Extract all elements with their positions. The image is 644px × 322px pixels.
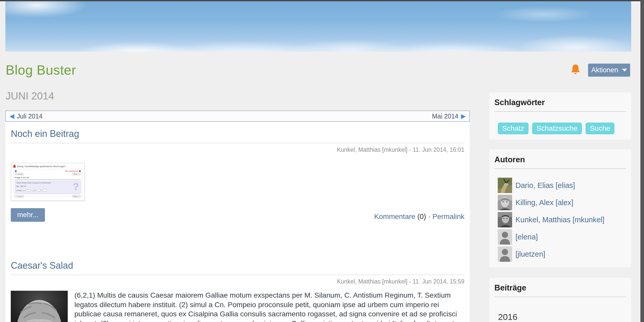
tag-schatzsuche[interactable]: Schatzsuche [532,123,582,134]
prev-month-label: Juli 2014 [17,113,42,120]
blog-page: Blog Buster Aktionen JUNI 2014 ◀ Juli 20… [0,0,644,322]
arrow-left-icon: ◀ [9,113,14,119]
divider [494,168,626,169]
post-body-text: (6,2,1) Multis de causis Caesar maiorem … [74,291,459,322]
thumb-comma: , [32,190,32,191]
thumb-back-button-bottom: << Zurück [15,195,24,198]
thumb-interrupt-label: Test unterbrechen [65,170,78,172]
entries-panel-title: Beiträge [494,283,626,293]
post-attachment-thumbnail[interactable]: Übung "Unvollständige quadratische Gleic… [11,163,85,201]
thumb-next-button-bottom: Weiter >> [72,195,81,198]
author-avatar-photo [498,212,512,227]
entries-panel: Beiträge 2016 [489,278,631,322]
dot-separator: · [428,213,430,220]
thumb-question-watermark: ? [73,181,79,193]
author-name: Dario, Elias [elias] [515,181,575,190]
thumb-test-player: Test unterbrechen x << Zurück Weiter >> … [13,169,82,197]
author-row[interactable]: Dario, Elias [elias] [498,178,626,193]
month-navigation-bar: ◀ Juli 2014 Mai 2014 ▶ [5,110,470,122]
post-title-link[interactable]: Noch ein Beitrag [11,128,464,139]
next-month-link[interactable]: Mai 2014 ▶ [432,113,466,120]
authors-panel-title: Autoren [494,155,626,164]
author-avatar-silhouette [498,246,512,262]
thumb-input-field [27,189,31,192]
exercise-puzzle-icon [13,165,16,168]
post-meta: Kunkel, Matthias [mkunkel] - 11. Jun 201… [11,146,464,153]
thumb-next-button: Weiter >> [72,173,81,175]
comments-link[interactable]: Kommentare [374,213,415,220]
author-row[interactable]: Kunkel, Matthias [mkunkel] [498,212,626,227]
thumb-equation: 3x² − 5x = 0 [16,185,79,187]
prev-month-link[interactable]: ◀ Juli 2014 [9,113,43,120]
tag-schatz[interactable]: Schatz [498,123,529,134]
author-name: Kunkel, Matthias [mkunkel] [515,216,604,224]
thumb-x2-label: x₂ = [33,190,36,191]
author-avatar-silhouette [498,229,512,245]
author-row[interactable]: Killing, Alex [alex] [498,195,626,210]
entries-year-2016[interactable]: 2016 [498,312,626,322]
author-avatar-photo [498,178,512,193]
thumb-input-field [37,189,41,192]
thumb-input-field [43,189,47,192]
post-title-link[interactable]: Caesar's Salad [11,260,464,271]
thumb-back-button: << Zurück [15,173,24,175]
month-heading: JUNI 2014 [6,90,54,102]
thumb-x1-label: x₁ = [23,190,25,191]
post-meta: Kunkel, Matthias [mkunkel] - 11. Jun 201… [11,278,464,285]
page-title: Blog Buster [6,62,76,78]
blog-banner-sky-image [5,1,631,52]
author-row[interactable]: [elena] [498,229,626,245]
thumb-solution-label: Lösung: [16,190,22,191]
thumb-question-prompt: Geben Sie alle reellen Lösungen der Glei… [16,182,79,184]
thumb-exercise-title: Übung "Unvollständige quadratische Gleic… [17,165,66,168]
scrollbar-track[interactable] [640,0,644,322]
author-name: Killing, Alex [alex] [515,198,573,207]
arrow-right-icon: ▶ [461,113,466,119]
author-name: [elena] [515,233,538,241]
thumb-question-box: Geben Sie alle reellen Lösungen der Glei… [15,181,81,194]
divider [11,275,464,275]
comments-count: (0) [417,213,426,220]
author-avatar-photo [498,195,512,210]
actions-dropdown-button[interactable]: Aktionen [588,64,630,77]
author-row[interactable]: [jluetzen] [498,246,626,262]
authors-panel: Autoren Dario, Elias [elias] [489,149,631,267]
actions-label: Aktionen [591,66,618,74]
thumb-test-icon [15,170,17,172]
posts-content-area: Noch ein Beitrag Kunkel, Matthias [mkunk… [5,122,470,322]
thumb-stop-icon: x [79,170,81,172]
thumb-interrupt-link: Test unterbrechen x [65,170,81,172]
permalink-link[interactable]: Permalink [433,213,464,220]
tag-suche[interactable]: Suche [586,123,614,134]
thumb-question-number: Frage 4 von 18 [15,176,81,180]
divider [494,297,626,297]
divider [11,143,464,143]
divider [494,111,626,112]
thumb-answer-row: Lösung: x₁ = , x₂ = / [16,189,79,192]
next-month-label: Mai 2014 [432,113,458,120]
chevron-down-icon [622,69,627,72]
tags-panel-title: Schlagwörter [494,98,626,107]
post-footer-links: Kommentare (0) · Permalink [374,213,464,222]
caesar-bust-image[interactable] [11,291,68,322]
tags-panel: Schlagwörter Schatz Schatzsuche Suche [489,92,631,140]
notification-bell-icon[interactable] [570,64,581,75]
author-name: [jluetzen] [515,250,545,258]
more-button[interactable]: mehr... [11,208,45,222]
thumb-slash: / [42,190,42,191]
